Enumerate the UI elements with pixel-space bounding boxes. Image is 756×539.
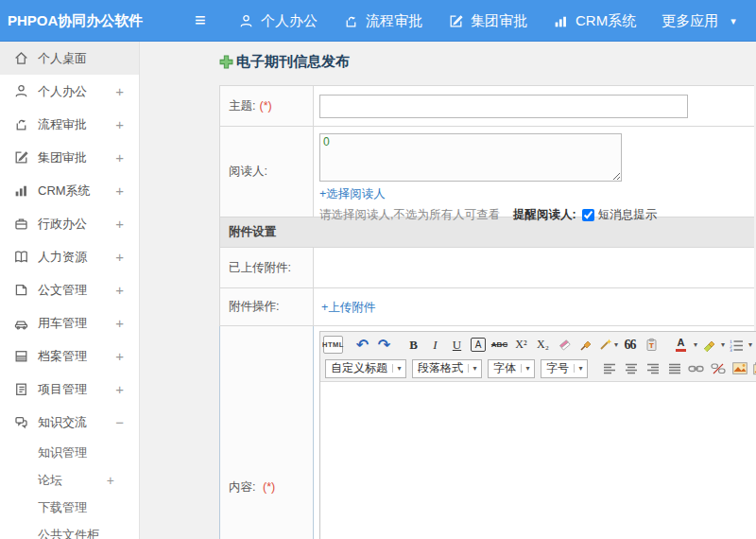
topnav-crm[interactable]: CRM系统 — [553, 12, 636, 30]
sidebar-item-label: 用车管理 — [38, 315, 115, 332]
sidebar-item-desktop[interactable]: 个人桌面 — [0, 42, 139, 75]
font-frame-button[interactable]: A — [471, 338, 486, 352]
expand-plus-icon[interactable]: + — [115, 149, 124, 165]
expand-plus-icon[interactable]: + — [115, 216, 124, 232]
unlink-icon[interactable] — [708, 358, 728, 378]
redo-button[interactable]: ↷ — [374, 335, 394, 355]
attachment-ops-row: 附件操作: +上传附件 — [219, 288, 754, 326]
blockquote-button[interactable]: 66 — [620, 335, 640, 355]
sidebar-item-crm[interactable]: CRM系统 + — [0, 174, 139, 207]
user-icon — [13, 83, 29, 99]
paragraph-select[interactable]: 段落格式 ▾ — [412, 359, 482, 378]
expand-plus-icon[interactable]: + — [115, 83, 124, 99]
superscript-button[interactable]: X² — [511, 335, 531, 355]
expand-plus-icon[interactable]: + — [115, 282, 124, 298]
attachment-section-title: 附件设置 — [229, 224, 276, 240]
readers-hint: 请选择阅读人,不选为所有人可查看 — [319, 207, 500, 223]
toolbar-row-2: 自定义标题 ▾ 段落格式 ▾ 字体 ▾ — [322, 356, 756, 380]
format-painter-icon[interactable] — [576, 335, 596, 355]
sidebar-item-vehicle[interactable]: 用车管理 + — [0, 306, 139, 339]
content-label: 内容: — [229, 480, 255, 494]
upload-attachment-link[interactable]: +上传附件 — [321, 300, 375, 316]
topnav-workflow-approval[interactable]: 流程审批 — [343, 12, 422, 30]
page-title: 电子期刊信息发布 — [236, 53, 350, 71]
editor-content-area[interactable] — [320, 382, 756, 539]
readers-textarea[interactable]: 0 — [319, 133, 622, 182]
sidebar-item-label: 人力资源 — [38, 249, 115, 266]
required-mark: (*) — [263, 480, 275, 494]
sidebar-item-project[interactable]: 项目管理 + — [0, 373, 139, 406]
subscript-button[interactable]: X₂ — [533, 335, 553, 355]
collapse-minus-icon[interactable]: − — [115, 414, 124, 430]
select-readers-link[interactable]: +选择阅读人 — [319, 186, 754, 202]
undo-button[interactable]: ↶ — [352, 335, 372, 355]
align-right-icon[interactable] — [643, 358, 662, 378]
align-justify-icon[interactable] — [664, 358, 684, 378]
heading-select[interactable]: 自定义标题 ▾ — [325, 359, 406, 378]
topnav-personal-office[interactable]: 个人办公 — [238, 12, 318, 30]
italic-button[interactable]: I — [425, 335, 445, 355]
topnav-more-apps[interactable]: 更多应用 ▾ — [662, 12, 736, 30]
align-left-icon[interactable] — [599, 358, 619, 378]
sidebar-item-knowledge[interactable]: 知识交流 − — [0, 406, 139, 439]
sidebar-subitem-download-mgmt[interactable]: 下载管理 — [0, 494, 139, 521]
highlighter-icon[interactable] — [698, 335, 718, 355]
paragraph-select-label: 段落格式 — [413, 360, 468, 376]
remind-readers-label: 提醒阅读人: — [513, 207, 576, 223]
sidebar-item-workflow-approval[interactable]: 流程审批 + — [0, 108, 139, 141]
font-size-select[interactable]: 字号 ▾ — [541, 359, 588, 378]
topnav-group-approval[interactable]: 集团审批 — [448, 12, 527, 30]
hamburger-icon[interactable]: ≡ — [195, 0, 206, 42]
ordered-list-icon[interactable]: 123 — [726, 335, 746, 355]
sidebar-subitem-knowledge-mgmt[interactable]: 知识管理 — [0, 439, 139, 466]
strikethrough-button[interactable]: ABC — [490, 335, 509, 355]
editor-toolbar: HTML ↶ ↷ B I U A ABC X² X₂ — [320, 332, 756, 382]
font-family-select[interactable]: 字体 ▾ — [488, 359, 535, 378]
expand-plus-icon[interactable]: + — [115, 381, 124, 397]
expand-plus-icon[interactable]: + — [115, 348, 124, 364]
bold-button[interactable]: B — [404, 335, 423, 355]
paste-icon[interactable]: T — [642, 335, 662, 355]
app-window: PHPOA协同办公软件 ≡ 个人办公 流程审批 集团审批 CRM系统 更多应用 … — [0, 0, 756, 539]
expand-plus-icon[interactable]: + — [115, 249, 124, 265]
sidebar-item-label: 档案管理 — [38, 348, 115, 365]
align-center-icon[interactable] — [621, 358, 641, 378]
sidebar-item-label: 项目管理 — [38, 381, 115, 398]
eraser-icon[interactable] — [555, 335, 575, 355]
sidebar-item-archive[interactable]: 档案管理 + — [0, 339, 139, 373]
sidebar-item-group-approval[interactable]: 集团审批 + — [0, 141, 139, 174]
expand-plus-icon[interactable]: + — [115, 116, 124, 132]
add-plus-icon — [219, 55, 233, 69]
chevron-down-icon: ▾ — [721, 340, 725, 349]
underline-button[interactable]: U — [447, 335, 467, 355]
readers-label-cell: 阅读人: — [220, 127, 314, 217]
expand-plus-icon[interactable]: + — [115, 183, 124, 199]
sidebar-subitem-forum[interactable]: 论坛 + — [0, 466, 139, 494]
sidebar-item-docs[interactable]: 公文管理 + — [0, 273, 139, 306]
archive-icon — [13, 348, 29, 364]
sms-notify-checkbox[interactable] — [582, 209, 594, 221]
expand-plus-icon[interactable]: + — [107, 473, 114, 488]
font-color-button[interactable]: A — [671, 335, 691, 355]
subject-input[interactable] — [319, 95, 688, 118]
document-icon — [13, 282, 29, 298]
sidebar-item-personal-office[interactable]: 个人办公 + — [0, 75, 139, 108]
link-icon[interactable] — [686, 358, 706, 378]
top-navigation: 个人办公 流程审批 集团审批 CRM系统 更多应用 ▾ — [238, 0, 736, 42]
image-icon[interactable] — [730, 358, 749, 378]
uploaded-attachments-label: 已上传附件: — [229, 260, 291, 276]
toolbar-row-1: HTML ↶ ↷ B I U A ABC X² X₂ — [322, 333, 756, 356]
edit-icon — [448, 13, 464, 29]
multi-image-icon[interactable] — [751, 358, 756, 378]
heading-select-label: 自定义标题 — [326, 360, 392, 376]
home-icon — [13, 50, 29, 66]
topbar: PHPOA协同办公软件 ≡ 个人办公 流程审批 集团审批 CRM系统 更多应用 … — [0, 0, 756, 42]
auto-typeset-icon[interactable]: ▾ — [598, 335, 618, 355]
expand-plus-icon[interactable]: + — [115, 315, 124, 331]
sidebar-item-hr[interactable]: 人力资源 + — [0, 240, 139, 273]
sidebar-subitem-public-cabinet[interactable]: 公共文件柜 — [0, 521, 139, 539]
uploaded-label-cell: 已上传附件: — [220, 248, 314, 287]
sidebar-item-admin-office[interactable]: 行政办公 + — [0, 207, 139, 240]
readers-label: 阅读人: — [229, 164, 267, 180]
html-source-button[interactable]: HTML — [323, 336, 343, 354]
